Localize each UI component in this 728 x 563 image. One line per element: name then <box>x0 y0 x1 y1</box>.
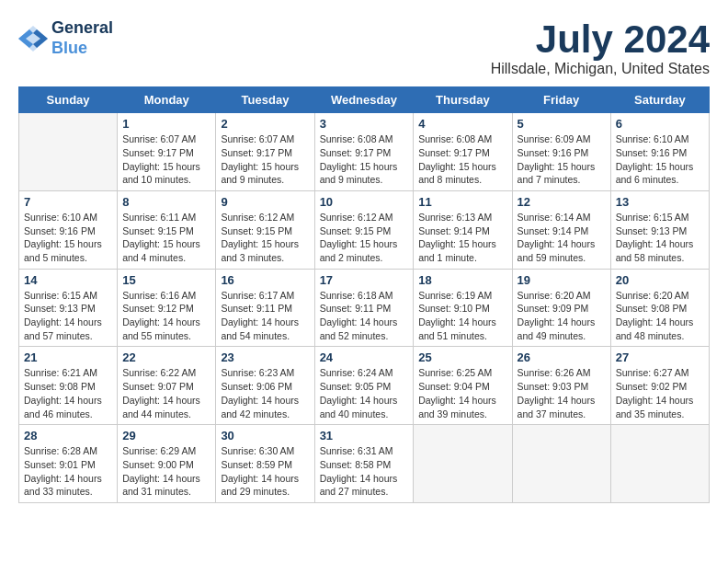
day-number: 5 <box>518 117 606 131</box>
day-number: 19 <box>518 273 606 287</box>
day-number: 13 <box>616 195 704 209</box>
calendar-cell: 18Sunrise: 6:19 AMSunset: 9:10 PMDayligh… <box>414 269 512 347</box>
day-number: 21 <box>24 350 112 364</box>
day-info: Sunrise: 6:09 AMSunset: 9:16 PMDaylight:… <box>518 132 606 187</box>
day-info: Sunrise: 6:26 AMSunset: 9:03 PMDaylight:… <box>518 366 606 420</box>
day-info: Sunrise: 6:28 AMSunset: 9:01 PMDaylight:… <box>24 444 112 499</box>
day-number: 6 <box>616 117 704 131</box>
calendar-cell <box>512 425 610 503</box>
day-info: Sunrise: 6:25 AMSunset: 9:04 PMDaylight:… <box>418 366 506 420</box>
calendar-cell: 26Sunrise: 6:26 AMSunset: 9:03 PMDayligh… <box>512 347 610 425</box>
calendar-cell: 28Sunrise: 6:28 AMSunset: 9:01 PMDayligh… <box>19 425 118 503</box>
day-info: Sunrise: 6:16 AMSunset: 9:12 PMDaylight:… <box>122 289 210 343</box>
calendar-cell: 4Sunrise: 6:08 AMSunset: 9:17 PMDaylight… <box>414 113 512 191</box>
day-number: 14 <box>24 273 112 287</box>
day-info: Sunrise: 6:13 AMSunset: 9:14 PMDaylight:… <box>418 211 506 265</box>
day-header-thursday: Thursday <box>414 87 512 113</box>
logo: General Blue <box>18 18 113 58</box>
day-info: Sunrise: 6:18 AMSunset: 9:11 PMDaylight:… <box>320 289 409 343</box>
calendar-cell: 21Sunrise: 6:21 AMSunset: 9:08 PMDayligh… <box>19 347 118 425</box>
month-year: July 2024 <box>491 18 710 61</box>
day-number: 1 <box>122 117 210 131</box>
week-row-1: 1Sunrise: 6:07 AMSunset: 9:17 PMDaylight… <box>19 113 710 191</box>
title-block: July 2024 Hillsdale, Michigan, United St… <box>491 18 710 77</box>
day-info: Sunrise: 6:12 AMSunset: 9:15 PMDaylight:… <box>320 211 409 265</box>
day-number: 22 <box>122 350 210 364</box>
day-number: 7 <box>24 195 112 209</box>
calendar-cell: 23Sunrise: 6:23 AMSunset: 9:06 PMDayligh… <box>216 347 314 425</box>
calendar-cell: 27Sunrise: 6:27 AMSunset: 9:02 PMDayligh… <box>610 347 709 425</box>
day-number: 30 <box>221 429 309 442</box>
days-header-row: SundayMondayTuesdayWednesdayThursdayFrid… <box>19 87 710 113</box>
calendar-cell: 11Sunrise: 6:13 AMSunset: 9:14 PMDayligh… <box>414 190 512 269</box>
location: Hillsdale, Michigan, United States <box>491 61 710 77</box>
calendar-cell: 20Sunrise: 6:20 AMSunset: 9:08 PMDayligh… <box>610 269 709 347</box>
day-header-saturday: Saturday <box>610 87 709 113</box>
logo-line1: General <box>51 18 113 39</box>
calendar-cell <box>610 425 709 503</box>
week-row-3: 14Sunrise: 6:15 AMSunset: 9:13 PMDayligh… <box>19 269 710 347</box>
day-info: Sunrise: 6:27 AMSunset: 9:02 PMDaylight:… <box>616 366 704 420</box>
day-info: Sunrise: 6:24 AMSunset: 9:05 PMDaylight:… <box>320 366 409 420</box>
day-info: Sunrise: 6:15 AMSunset: 9:13 PMDaylight:… <box>24 289 112 343</box>
day-info: Sunrise: 6:22 AMSunset: 9:07 PMDaylight:… <box>122 366 210 420</box>
day-number: 16 <box>221 273 309 287</box>
day-info: Sunrise: 6:19 AMSunset: 9:10 PMDaylight:… <box>418 289 506 343</box>
calendar-cell: 13Sunrise: 6:15 AMSunset: 9:13 PMDayligh… <box>610 190 709 269</box>
calendar-cell: 7Sunrise: 6:10 AMSunset: 9:16 PMDaylight… <box>19 190 118 269</box>
week-row-5: 28Sunrise: 6:28 AMSunset: 9:01 PMDayligh… <box>19 425 710 503</box>
day-info: Sunrise: 6:29 AMSunset: 9:00 PMDaylight:… <box>122 444 210 499</box>
day-info: Sunrise: 6:07 AMSunset: 9:17 PMDaylight:… <box>221 132 309 187</box>
day-info: Sunrise: 6:10 AMSunset: 9:16 PMDaylight:… <box>24 211 112 265</box>
calendar-cell: 2Sunrise: 6:07 AMSunset: 9:17 PMDaylight… <box>216 113 314 191</box>
calendar-cell: 24Sunrise: 6:24 AMSunset: 9:05 PMDayligh… <box>314 347 414 425</box>
day-number: 31 <box>320 429 409 442</box>
day-number: 8 <box>122 195 210 209</box>
day-info: Sunrise: 6:20 AMSunset: 9:08 PMDaylight:… <box>616 289 704 343</box>
day-number: 25 <box>418 350 506 364</box>
calendar-cell: 6Sunrise: 6:10 AMSunset: 9:16 PMDaylight… <box>610 113 709 191</box>
calendar-cell: 29Sunrise: 6:29 AMSunset: 9:00 PMDayligh… <box>118 425 216 503</box>
calendar-cell: 16Sunrise: 6:17 AMSunset: 9:11 PMDayligh… <box>216 269 314 347</box>
day-info: Sunrise: 6:23 AMSunset: 9:06 PMDaylight:… <box>221 366 309 420</box>
day-header-tuesday: Tuesday <box>216 87 314 113</box>
day-info: Sunrise: 6:14 AMSunset: 9:14 PMDaylight:… <box>518 211 606 265</box>
day-number: 29 <box>122 429 210 442</box>
day-info: Sunrise: 6:20 AMSunset: 9:09 PMDaylight:… <box>518 289 606 343</box>
day-info: Sunrise: 6:12 AMSunset: 9:15 PMDaylight:… <box>221 211 309 265</box>
calendar-cell: 8Sunrise: 6:11 AMSunset: 9:15 PMDaylight… <box>118 190 216 269</box>
day-number: 4 <box>418 117 506 131</box>
calendar-table: SundayMondayTuesdayWednesdayThursdayFrid… <box>18 86 710 503</box>
calendar-cell: 10Sunrise: 6:12 AMSunset: 9:15 PMDayligh… <box>314 190 414 269</box>
day-number: 17 <box>320 273 409 287</box>
calendar-cell: 19Sunrise: 6:20 AMSunset: 9:09 PMDayligh… <box>512 269 610 347</box>
calendar-cell: 12Sunrise: 6:14 AMSunset: 9:14 PMDayligh… <box>512 190 610 269</box>
day-info: Sunrise: 6:17 AMSunset: 9:11 PMDaylight:… <box>221 289 309 343</box>
calendar-cell <box>414 425 512 503</box>
calendar-cell: 22Sunrise: 6:22 AMSunset: 9:07 PMDayligh… <box>118 347 216 425</box>
day-number: 11 <box>418 195 506 209</box>
day-info: Sunrise: 6:10 AMSunset: 9:16 PMDaylight:… <box>616 132 704 187</box>
day-number: 20 <box>616 273 704 287</box>
week-row-2: 7Sunrise: 6:10 AMSunset: 9:16 PMDaylight… <box>19 190 710 269</box>
calendar-cell: 30Sunrise: 6:30 AMSunset: 8:59 PMDayligh… <box>216 425 314 503</box>
calendar-cell: 9Sunrise: 6:12 AMSunset: 9:15 PMDaylight… <box>216 190 314 269</box>
day-info: Sunrise: 6:15 AMSunset: 9:13 PMDaylight:… <box>616 211 704 265</box>
day-info: Sunrise: 6:08 AMSunset: 9:17 PMDaylight:… <box>320 132 409 187</box>
day-info: Sunrise: 6:07 AMSunset: 9:17 PMDaylight:… <box>122 132 210 187</box>
day-header-wednesday: Wednesday <box>314 87 414 113</box>
week-row-4: 21Sunrise: 6:21 AMSunset: 9:08 PMDayligh… <box>19 347 710 425</box>
day-info: Sunrise: 6:30 AMSunset: 8:59 PMDaylight:… <box>221 444 309 499</box>
calendar-cell: 25Sunrise: 6:25 AMSunset: 9:04 PMDayligh… <box>414 347 512 425</box>
calendar-cell: 3Sunrise: 6:08 AMSunset: 9:17 PMDaylight… <box>314 113 414 191</box>
calendar-cell: 31Sunrise: 6:31 AMSunset: 8:58 PMDayligh… <box>314 425 414 503</box>
page-header: General Blue July 2024 Hillsdale, Michig… <box>18 18 710 77</box>
day-info: Sunrise: 6:11 AMSunset: 9:15 PMDaylight:… <box>122 211 210 265</box>
day-header-monday: Monday <box>118 87 216 113</box>
calendar-cell: 17Sunrise: 6:18 AMSunset: 9:11 PMDayligh… <box>314 269 414 347</box>
calendar-cell <box>19 113 118 191</box>
day-number: 27 <box>616 350 704 364</box>
day-number: 26 <box>518 350 606 364</box>
logo-line2: Blue <box>51 39 113 59</box>
day-info: Sunrise: 6:08 AMSunset: 9:17 PMDaylight:… <box>418 132 506 187</box>
